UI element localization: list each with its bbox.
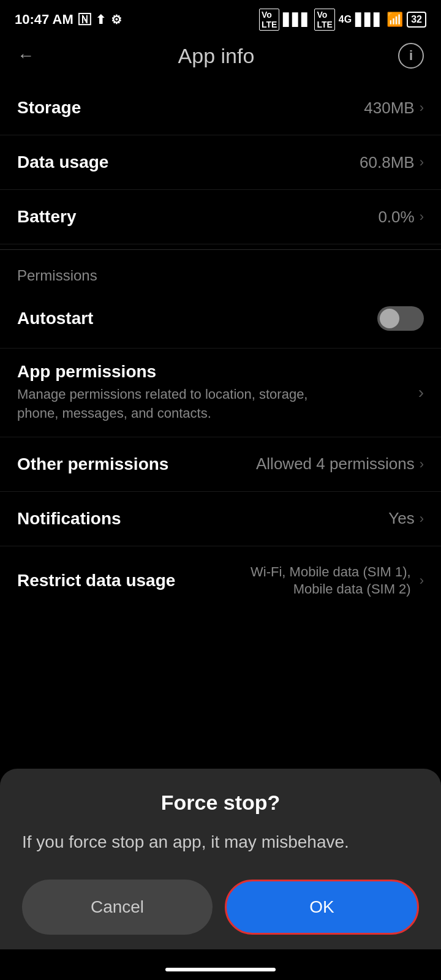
- toggle-thumb: [380, 309, 399, 328]
- cancel-button[interactable]: Cancel: [22, 880, 213, 935]
- volte-icon-2: VoLTE: [314, 9, 334, 31]
- status-bar: 10:47 AM 🄽 ⬆ ⚙ VoLTE ▋▋▋ VoLTE 4G ▋▋▋ 📶 …: [0, 0, 441, 37]
- notifications-label: Notifications: [17, 509, 121, 529]
- app-permissions-content: App permissions Manage permissions relat…: [17, 362, 411, 423]
- info-button[interactable]: i: [398, 43, 424, 69]
- data-usage-chevron: ›: [420, 154, 424, 170]
- autostart-label: Autostart: [17, 309, 93, 328]
- dialog-title: Force stop?: [22, 791, 419, 815]
- back-button[interactable]: ←: [17, 46, 34, 66]
- app-permissions-item[interactable]: App permissions Manage permissions relat…: [0, 349, 441, 437]
- status-time: 10:47 AM 🄽 ⬆ ⚙: [15, 12, 122, 28]
- storage-value: 430MB ›: [364, 99, 424, 118]
- permissions-section-label: Permissions: [0, 255, 441, 289]
- battery-level: 32: [411, 14, 422, 25]
- battery-indicator: 32: [407, 12, 426, 28]
- battery-label: Battery: [17, 207, 76, 227]
- autostart-item[interactable]: Autostart: [0, 289, 441, 349]
- other-permissions-label: Other permissions: [17, 454, 168, 474]
- app-permissions-title: App permissions: [17, 362, 411, 382]
- signal-icon-2: ▋▋▋: [355, 12, 383, 27]
- force-stop-dialog: Force stop? If you force stop an app, it…: [0, 769, 441, 949]
- notification-icon: 🄽: [78, 13, 91, 27]
- upload-icon: ⬆: [96, 12, 106, 27]
- storage-item[interactable]: Storage 430MB ›: [0, 81, 441, 135]
- other-permissions-value: Allowed 4 permissions ›: [256, 454, 424, 473]
- storage-label: Storage: [17, 98, 81, 118]
- time-display: 10:47 AM: [15, 12, 74, 28]
- restrict-data-label: Restrict data usage: [17, 571, 175, 590]
- storage-chevron: ›: [420, 100, 424, 116]
- data-usage-value: 60.8MB ›: [360, 153, 424, 172]
- data-usage-item[interactable]: Data usage 60.8MB ›: [0, 135, 441, 190]
- other-permissions-chevron: ›: [420, 456, 424, 472]
- restrict-data-chevron: ›: [420, 572, 424, 590]
- status-icons-right: VoLTE ▋▋▋ VoLTE 4G ▋▋▋ 📶 32: [259, 9, 426, 31]
- app-permissions-chevron: ›: [418, 383, 424, 402]
- section-divider: [0, 249, 441, 250]
- app-permissions-subtitle: Manage permissions related to location, …: [17, 385, 348, 423]
- restrict-data-value: Wi-Fi, Mobile data (SIM 1), Mobile data …: [216, 564, 424, 598]
- battery-item[interactable]: Battery 0.0% ›: [0, 190, 441, 244]
- home-indicator: [165, 968, 276, 971]
- dialog-buttons: Cancel OK: [22, 880, 419, 935]
- signal-icon-1: ▋▋▋: [283, 12, 311, 27]
- battery-value: 0.0% ›: [378, 208, 424, 227]
- page-title: App info: [178, 44, 255, 68]
- notifications-item[interactable]: Notifications Yes ›: [0, 492, 441, 546]
- wifi-icon: 📶: [386, 12, 403, 28]
- volte-icon: VoLTE: [259, 9, 279, 31]
- data-usage-label: Data usage: [17, 153, 108, 172]
- restrict-data-item[interactable]: Restrict data usage Wi-Fi, Mobile data (…: [0, 546, 441, 616]
- top-nav: ← App info i: [0, 37, 441, 81]
- other-permissions-item[interactable]: Other permissions Allowed 4 permissions …: [0, 437, 441, 492]
- network-4g: 4G: [339, 14, 352, 25]
- ok-button[interactable]: OK: [225, 880, 419, 935]
- autostart-toggle[interactable]: [377, 306, 424, 331]
- dialog-body: If you force stop an app, it may misbeha…: [22, 829, 419, 855]
- notifications-chevron: ›: [420, 511, 424, 527]
- settings-icon: ⚙: [111, 12, 122, 27]
- notifications-value: Yes ›: [388, 509, 424, 528]
- battery-chevron: ›: [420, 209, 424, 225]
